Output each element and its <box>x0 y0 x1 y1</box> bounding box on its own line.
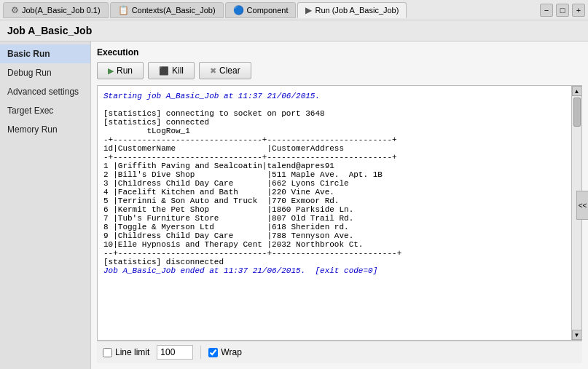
minimize-button[interactable]: − <box>540 4 553 17</box>
tab-contexts[interactable]: 📋 Contexts(A_Basic_Job) <box>110 2 224 18</box>
execution-label: Execution <box>97 47 582 57</box>
run-tab-icon: ▶ <box>305 5 312 15</box>
job-icon: ⚙ <box>11 5 19 15</box>
execution-toolbar: ▶ Run ⬛ Kill ✖ Clear <box>97 62 582 79</box>
sidebar-item-debug-run[interactable]: Debug Run <box>0 63 90 82</box>
sidebar-item-advanced-settings[interactable]: Advanced settings <box>0 82 90 101</box>
bottom-separator <box>200 346 201 359</box>
window-controls: − □ + <box>540 4 585 17</box>
run-icon: ▶ <box>108 66 114 76</box>
scroll-thumb[interactable] <box>573 98 581 127</box>
tab-component-label: Component <box>247 6 289 15</box>
main-container: Job A_Basic_Job Basic Run Debug Run Adva… <box>0 20 588 369</box>
clear-icon: ✖ <box>210 66 216 76</box>
run-button-label: Run <box>117 66 133 76</box>
sidebar-item-basic-run[interactable]: Basic Run <box>0 44 90 63</box>
maximize-button[interactable]: □ <box>556 4 569 17</box>
page-title: Job A_Basic_Job <box>0 20 588 41</box>
line-limit-label[interactable]: Line limit <box>103 347 149 357</box>
kill-button-label: Kill <box>172 66 184 76</box>
log-output[interactable]: Starting job A_Basic_Job at 11:37 21/06/… <box>98 86 571 340</box>
run-button[interactable]: ▶ Run <box>97 62 144 79</box>
tab-job-label: Job(A_Basic_Job 0.1) <box>22 6 101 15</box>
right-panel: Execution ▶ Run ⬛ Kill ✖ Clear Starting … <box>91 41 588 369</box>
sidebar-item-target-exec[interactable]: Target Exec <box>0 101 90 120</box>
contexts-icon: 📋 <box>118 5 129 15</box>
side-collapse-button[interactable]: << <box>576 191 588 220</box>
tab-run[interactable]: ▶ Run (Job A_Basic_Job) <box>297 2 407 18</box>
sidebar-item-memory-run[interactable]: Memory Run <box>0 120 90 139</box>
close-button[interactable]: + <box>572 4 585 17</box>
wrap-label[interactable]: Wrap <box>208 347 241 357</box>
tab-job[interactable]: ⚙ Job(A_Basic_Job 0.1) <box>3 2 109 18</box>
line-limit-input[interactable] <box>157 345 193 360</box>
bottom-bar: Line limit Wrap <box>97 341 582 363</box>
kill-icon: ⬛ <box>159 66 169 76</box>
content-area: Basic Run Debug Run Advanced settings Ta… <box>0 41 588 369</box>
log-container: Starting job A_Basic_Job at 11:37 21/06/… <box>97 85 582 341</box>
component-icon: 🔵 <box>233 5 244 15</box>
sidebar: Basic Run Debug Run Advanced settings Ta… <box>0 41 91 369</box>
kill-button[interactable]: ⬛ Kill <box>148 62 195 79</box>
line-limit-text: Line limit <box>115 347 149 357</box>
wrap-checkbox[interactable] <box>208 348 218 357</box>
scroll-up-arrow[interactable]: ▲ <box>572 86 582 96</box>
tab-component[interactable]: 🔵 Component <box>225 2 297 18</box>
tab-run-label: Run (Job A_Basic_Job) <box>315 6 399 15</box>
line-limit-checkbox[interactable] <box>103 348 112 357</box>
clear-button-label: Clear <box>219 66 240 76</box>
clear-button[interactable]: ✖ Clear <box>199 62 251 79</box>
log-start-line: Starting job A_Basic_Job at 11:37 21/06/… <box>103 92 320 100</box>
scroll-down-arrow[interactable]: ▼ <box>572 330 582 340</box>
title-bar: ⚙ Job(A_Basic_Job 0.1) 📋 Contexts(A_Basi… <box>0 0 588 20</box>
log-end-line: Job A_Basic_Job ended at 11:37 21/06/201… <box>103 266 377 275</box>
tab-contexts-label: Contexts(A_Basic_Job) <box>132 6 216 15</box>
wrap-text: Wrap <box>221 347 241 357</box>
